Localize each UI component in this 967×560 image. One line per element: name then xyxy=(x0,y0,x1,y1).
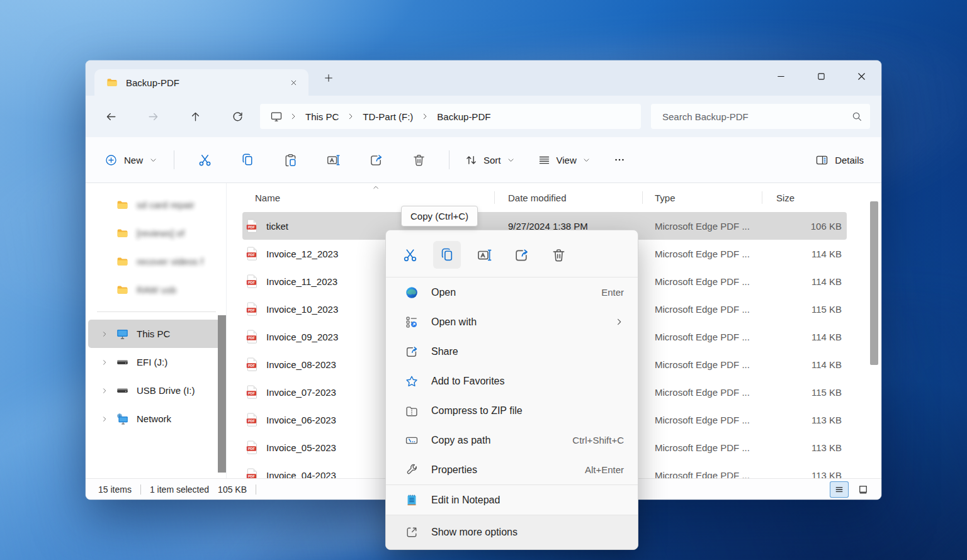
sort-button[interactable]: Sort xyxy=(458,148,521,172)
rename-button[interactable] xyxy=(319,147,347,172)
sidebar-item-label: recover videos f xyxy=(137,256,203,267)
delete-button[interactable] xyxy=(545,241,572,269)
sidebar-scrollbar[interactable] xyxy=(218,315,226,473)
this-pc-icon xyxy=(270,110,283,123)
up-button[interactable] xyxy=(184,105,206,128)
share-button[interactable] xyxy=(507,241,535,269)
share-button[interactable] xyxy=(362,147,390,172)
sidebar-item-usb-drive-i[interactable]: USB Drive (I:) xyxy=(88,376,222,405)
sidebar-item-efi-j[interactable]: EFI (J:) xyxy=(88,348,222,376)
view-button-label: View xyxy=(557,155,577,165)
explorer-tab[interactable]: Backup-PDF xyxy=(94,69,308,96)
delete-icon xyxy=(551,247,567,263)
chevron-down-icon xyxy=(582,156,591,164)
file-list-scrollbar[interactable] xyxy=(870,201,878,365)
file-type: Microsoft Edge PDF ... xyxy=(642,332,762,342)
context-menu-item-open[interactable]: OpenEnter xyxy=(386,277,638,307)
minimize-button[interactable] xyxy=(761,60,801,92)
menu-item-shortcut: Enter xyxy=(601,287,624,298)
sidebar-item-label: sd card repair xyxy=(137,199,195,210)
submenu-chevron-icon xyxy=(614,317,624,327)
file-size: 114 KB xyxy=(762,249,847,259)
minimize-icon xyxy=(775,70,787,82)
breadcrumb-item-td-part-f[interactable]: TD-Part (F:) xyxy=(358,109,418,124)
column-header-date-modified[interactable]: Date modified xyxy=(494,183,642,212)
chevron-right-icon xyxy=(101,330,108,338)
icons-view-toggle[interactable] xyxy=(854,481,873,498)
menu-item-label: Edit in Notepad xyxy=(431,495,624,506)
copy-button[interactable] xyxy=(433,241,461,269)
context-menu-item-compress-to-zip-file[interactable]: Compress to ZIP file xyxy=(386,396,638,425)
refresh-button[interactable] xyxy=(226,105,249,128)
context-menu-item-edit-in-notepad[interactable]: Edit in Notepad xyxy=(386,485,638,515)
file-size: 113 KB xyxy=(762,470,847,479)
new-button-label: New xyxy=(124,155,143,165)
sidebar-item-label: RAW usb xyxy=(137,284,176,295)
file-type: Microsoft Edge PDF ... xyxy=(642,359,762,370)
details-button-label: Details xyxy=(835,155,864,165)
sidebar-item-folder[interactable]: recover videos f xyxy=(88,247,222,276)
pdf-file-icon: PDF xyxy=(246,330,259,344)
sidebar-item-this-pc[interactable]: This PC xyxy=(88,320,222,348)
file-size: 113 KB xyxy=(762,442,847,453)
column-header-size[interactable]: Size xyxy=(762,183,847,212)
share-icon xyxy=(514,247,529,263)
navigation-pane: sd card repair[reviews] ofrecover videos… xyxy=(86,183,227,478)
delete-button[interactable] xyxy=(405,147,433,172)
rename-button[interactable] xyxy=(470,241,498,269)
folder-icon xyxy=(116,227,129,240)
context-menu-item-open-with[interactable]: Open with xyxy=(386,307,638,337)
copy-button[interactable] xyxy=(234,147,261,172)
copy-path-icon xyxy=(405,434,419,447)
details-pane-button[interactable]: Details xyxy=(810,148,869,172)
breadcrumb-chevron-icon xyxy=(289,112,298,121)
new-tab-button[interactable] xyxy=(319,68,339,88)
more-options-button[interactable] xyxy=(607,147,632,172)
file-type: Microsoft Edge PDF ... xyxy=(642,304,762,315)
close-button[interactable] xyxy=(841,60,881,92)
context-menu-item-add-to-favorites[interactable]: Add to Favorites xyxy=(386,366,638,396)
new-button[interactable]: New xyxy=(97,148,165,172)
search-input[interactable] xyxy=(661,111,851,123)
cut-button[interactable] xyxy=(396,241,424,269)
column-header-type[interactable]: Type xyxy=(642,183,762,212)
sidebar-item-folder[interactable]: sd card repair xyxy=(88,191,222,219)
file-name: ticket xyxy=(266,221,288,232)
menu-item-label: Properties xyxy=(431,464,572,476)
file-type: Microsoft Edge PDF ... xyxy=(642,442,762,453)
cut-button[interactable] xyxy=(191,147,218,172)
maximize-button[interactable] xyxy=(801,60,841,92)
context-menu-item-copy-as-path[interactable]: Copy as pathCtrl+Shift+C xyxy=(386,425,638,455)
context-menu: OpenEnterOpen withShareAdd to FavoritesC… xyxy=(385,230,638,550)
column-header-label: Name xyxy=(255,193,280,203)
forward-button[interactable] xyxy=(142,105,164,128)
file-type: Microsoft Edge PDF ... xyxy=(642,221,762,232)
menu-item-shortcut: Ctrl+Shift+C xyxy=(572,435,624,445)
sidebar-item-label: Network xyxy=(137,413,171,424)
tab-close-button[interactable] xyxy=(285,74,302,91)
details-view-toggle[interactable] xyxy=(830,481,849,498)
search-box[interactable] xyxy=(651,104,870,129)
sidebar-item-network[interactable]: Network xyxy=(88,405,222,433)
sidebar-item-folder[interactable]: RAW usb xyxy=(88,276,222,304)
breadcrumb-item-this-pc[interactable]: This PC xyxy=(300,109,344,124)
sidebar-item-label: USB Drive (I:) xyxy=(137,385,195,396)
forward-arrow-icon xyxy=(147,111,159,123)
paste-button[interactable] xyxy=(276,147,304,172)
list-view-icon xyxy=(834,484,845,495)
menu-item-shortcut: Alt+Enter xyxy=(585,464,624,475)
cut-icon xyxy=(402,247,418,263)
ellipsis-icon xyxy=(613,154,626,166)
menu-item-label: Copy as path xyxy=(431,435,560,446)
context-menu-item-properties[interactable]: PropertiesAlt+Enter xyxy=(386,455,638,484)
context-menu-item-show-more-options[interactable]: Show more options xyxy=(386,515,638,549)
chevron-right-icon xyxy=(101,387,108,395)
view-button[interactable]: View xyxy=(531,148,597,172)
sidebar-item-folder[interactable]: [reviews] of xyxy=(88,219,222,247)
column-header-label: Date modified xyxy=(508,193,567,203)
breadcrumb-item-backup-pdf[interactable]: Backup-PDF xyxy=(432,109,495,124)
back-button[interactable] xyxy=(99,105,122,128)
context-menu-item-share[interactable]: Share xyxy=(386,337,638,366)
svg-text:PDF: PDF xyxy=(248,474,255,478)
file-name: Invoice_12_2023 xyxy=(266,249,338,259)
